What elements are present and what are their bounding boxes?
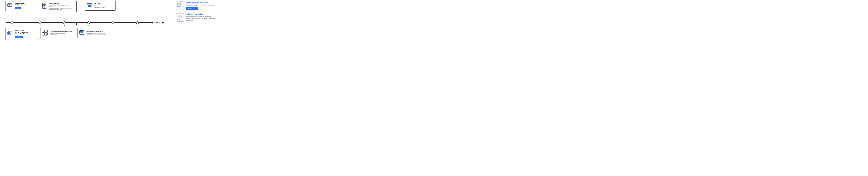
timeline-node-2 (39, 21, 41, 24)
node-label-6: 6 (137, 25, 138, 27)
panel-waiting-title: Waiting for the unlock (186, 13, 215, 15)
card-mobile-tickets: Mobile Tickets • Mint for a minimum of 7… (40, 1, 76, 12)
panel-selling-desc: Selling at a high price in the NFT marke… (186, 4, 215, 6)
timeline-node-5 (112, 21, 114, 24)
diamond-grid-icon (42, 30, 49, 36)
timeline-node-1 (11, 21, 13, 24)
market-place-button[interactable]: Market place (186, 7, 198, 10)
panel-waiting-desc: Wait for the tokens bundled in the asset… (186, 16, 215, 21)
svg-text:APNFT: APNFT (177, 6, 182, 7)
card-mobile-tickets-content: Mobile Tickets • Mint for a minimum of 7… (49, 2, 74, 10)
card-floor-ticket-content: Floor Ticket Flyswatka basic principles … (94, 3, 114, 8)
bundle-screen-icon (7, 30, 13, 37)
card-mint-apnft-desc: Demonstrate testimony you can alsoasset-… (87, 33, 108, 36)
mobile-ticket-icon (41, 3, 48, 10)
node-label-1: 1 (12, 25, 12, 27)
ticket-icon: TICKET (87, 2, 93, 9)
svg-point-7 (44, 7, 44, 8)
card-participate: Participate Swapping Launchpad Distribut… (40, 28, 75, 38)
card-mint-bundle-content: Mint BundledMultiple artworks Mint (15, 2, 27, 9)
svg-point-30 (179, 4, 179, 5)
card-floor-ticket-title: Floor Ticket (94, 3, 114, 5)
svg-text:$: $ (179, 16, 181, 18)
apnft-screen-icon: APNFT (79, 30, 86, 36)
panel-card-selling: APNFT Selling Asset-Packaged NFT Selling… (176, 1, 215, 10)
node-label-2: 2 (39, 25, 40, 27)
panel-card-waiting: APNFT $ Waiting for the unlock Wait for … (176, 13, 215, 22)
card-mint-bundle-title: Mint BundledMultiple artworks (15, 2, 27, 6)
card-floor-ticket-desc: Flyswatka basic principles basic fundame… (94, 5, 114, 8)
connector-below-3 (125, 23, 125, 25)
svg-rect-3 (8, 4, 10, 5)
card-mint-bundle: Mint BundledMultiple artworks Mint (5, 1, 37, 11)
timeline-node-3 (63, 21, 66, 24)
node-label-4: 4 (88, 25, 89, 27)
svg-rect-11 (88, 5, 92, 7)
timeline-node-4 (87, 21, 90, 24)
svg-text:TICKET: TICKET (89, 3, 92, 4)
panel-selling-title: Selling Asset-Packaged NFT (186, 1, 215, 4)
svg-marker-19 (45, 33, 47, 35)
card-floor-ticket: TICKET Floor Ticket Flyswatka basic prin… (85, 1, 116, 10)
node-label-5: 5 (113, 25, 114, 27)
mint-button[interactable]: Mint (15, 7, 21, 9)
card-bundle: BUNDLE ITEMSSell NFT ITEMS andcreates Bu… (5, 28, 39, 40)
node-label-3: 3 (64, 25, 65, 27)
card-mint-apnft: APNFT Mint Asset-Packaged NFT Demonstrat… (78, 28, 115, 38)
connector-below-2 (76, 23, 77, 25)
right-panel: APNFT Selling Asset-Packaged NFT Selling… (174, 0, 217, 44)
card-bundle-content: BUNDLE ITEMSSell NFT ITEMS andcreates Bu… (15, 30, 28, 38)
card-mint-apnft-title: Mint Asset-Packaged NFT (87, 30, 108, 32)
svg-rect-15 (42, 30, 44, 32)
timeline-node-6 (136, 21, 139, 24)
main-diagram: FUTURE 1 2 3 4 5 6 Mint Bu (0, 0, 174, 44)
svg-text:APNFT: APNFT (177, 19, 182, 20)
timeline-line (6, 22, 162, 23)
card-bundle-title: BUNDLE ITEMSSell NFT ITEMS andcreates Bu… (15, 30, 28, 35)
card-participate-content: Participate Swapping Launchpad Distribut… (50, 30, 72, 36)
svg-text:APNFT: APNFT (80, 32, 83, 33)
connector-below-1 (26, 23, 26, 25)
card-mobile-tickets-desc: • Mint for a minimum of 7 days to receiv… (49, 4, 74, 10)
svg-rect-17 (42, 33, 44, 35)
computer-screen-icon (7, 2, 13, 9)
svg-rect-16 (45, 30, 48, 32)
panel-waiting-content: Waiting for the unlock Wait for the toke… (186, 13, 215, 21)
card-mobile-tickets-title: Mobile Tickets (49, 2, 74, 4)
bundle-button[interactable]: Bundle (15, 36, 23, 38)
apnft-logo-icon: APNFT (176, 1, 184, 10)
dollar-apnft-icon: APNFT $ (176, 13, 184, 22)
svg-point-28 (178, 4, 178, 5)
card-mint-apnft-content: Mint Asset-Packaged NFT Demonstrate test… (87, 30, 108, 36)
svg-point-29 (180, 4, 181, 5)
future-label: FUTURE (153, 21, 162, 24)
card-participate-title: Participate Swapping Launchpad (50, 30, 72, 32)
card-participate-desc: Distribute Launchpad/gas pricepresentati… (50, 33, 72, 36)
svg-rect-6 (43, 5, 45, 6)
panel-selling-content: Selling Asset-Packaged NFT Selling at a … (186, 1, 215, 10)
svg-rect-14 (8, 32, 10, 34)
